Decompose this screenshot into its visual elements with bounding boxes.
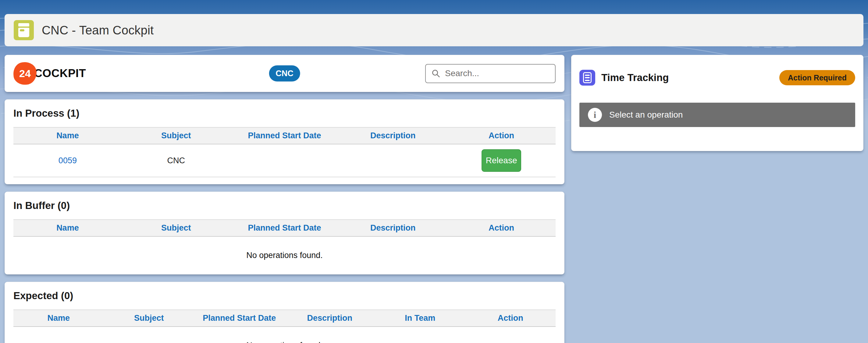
column-header-planned-start-date: Planned Start Date — [230, 127, 339, 144]
column-header-subject: Subject — [122, 220, 230, 237]
info-bar: i Select an operation — [579, 103, 855, 127]
search-input[interactable] — [445, 68, 555, 78]
section-expected: Expected (0) Name Subject Planned Start … — [5, 282, 564, 343]
column-header-subject: Subject — [122, 127, 230, 144]
column-header-planned-start-date: Planned Start Date — [230, 220, 339, 237]
column-header-action: Action — [447, 127, 556, 144]
column-header-in-team: In Team — [375, 310, 465, 326]
logo-text: COCKPIT — [34, 67, 86, 80]
operation-name-link[interactable]: 0059 — [59, 156, 77, 165]
time-tracking-header: Time Tracking Action Required — [579, 70, 855, 86]
document-list-icon — [579, 70, 595, 86]
search-box[interactable] — [425, 64, 556, 83]
time-tracking-panel: Time Tracking Action Required i Select a… — [571, 55, 863, 151]
description-cell — [339, 144, 447, 177]
cockpit-toolbar: 24 COCKPIT CNC — [5, 55, 564, 92]
column-header-action: Action — [447, 220, 556, 237]
info-icon: i — [588, 108, 602, 122]
column-header-description: Description — [339, 127, 447, 144]
column-header-name: Name — [13, 127, 122, 144]
section-title: In Process (1) — [13, 107, 556, 119]
column-header-description: Description — [285, 310, 375, 326]
operations-table: Name Subject Planned Start Date Descript… — [13, 310, 556, 327]
section-in-process: In Process (1) Name Subject Planned Star… — [5, 99, 564, 184]
page: CNC - Team Cockpit 24 COCKPIT CNC — [0, 14, 868, 343]
subject-cell: CNC — [122, 144, 230, 177]
app-header: CNC - Team Cockpit — [5, 14, 863, 46]
planned-start-date-cell — [230, 144, 339, 177]
empty-state-text: No operations found. — [13, 327, 556, 343]
release-button[interactable]: Release — [482, 149, 521, 172]
column-header-action: Action — [465, 310, 556, 326]
operations-table: Name Subject Planned Start Date Descript… — [13, 219, 556, 237]
cockpit-panel: 24 COCKPIT CNC In Process — [5, 55, 564, 343]
table-header-row: Name Subject Planned Start Date Descript… — [13, 310, 556, 326]
section-title: In Buffer (0) — [13, 200, 556, 211]
search-icon — [431, 69, 441, 78]
table-header-row: Name Subject Planned Start Date Descript… — [13, 127, 556, 144]
section-in-buffer: In Buffer (0) Name Subject Planned Start… — [5, 192, 564, 275]
cockpit-logo: 24 COCKPIT — [13, 62, 86, 85]
column-header-subject: Subject — [104, 310, 194, 326]
operations-table: Name Subject Planned Start Date Descript… — [13, 127, 556, 177]
page-title: CNC - Team Cockpit — [42, 24, 154, 37]
column-header-name: Name — [13, 310, 104, 326]
app-badge-cnc[interactable]: CNC — [269, 65, 300, 82]
section-title: Expected (0) — [13, 290, 556, 302]
time-tracking-title: Time Tracking — [601, 72, 669, 84]
action-cell: Release — [447, 144, 556, 177]
archive-box-icon — [14, 20, 34, 40]
column-header-name: Name — [13, 220, 122, 237]
table-row: 0059 CNC Release — [13, 144, 556, 177]
column-header-description: Description — [339, 220, 447, 237]
table-header-row: Name Subject Planned Start Date Descript… — [13, 220, 556, 237]
name-cell: 0059 — [13, 144, 122, 177]
action-required-badge: Action Required — [779, 70, 855, 85]
empty-state-text: No operations found. — [13, 237, 556, 268]
logo-24-badge: 24 — [13, 61, 37, 85]
column-header-planned-start-date: Planned Start Date — [194, 310, 285, 326]
info-message: Select an operation — [609, 110, 683, 120]
time-tracking-card: Time Tracking Action Required i Select a… — [571, 55, 863, 151]
